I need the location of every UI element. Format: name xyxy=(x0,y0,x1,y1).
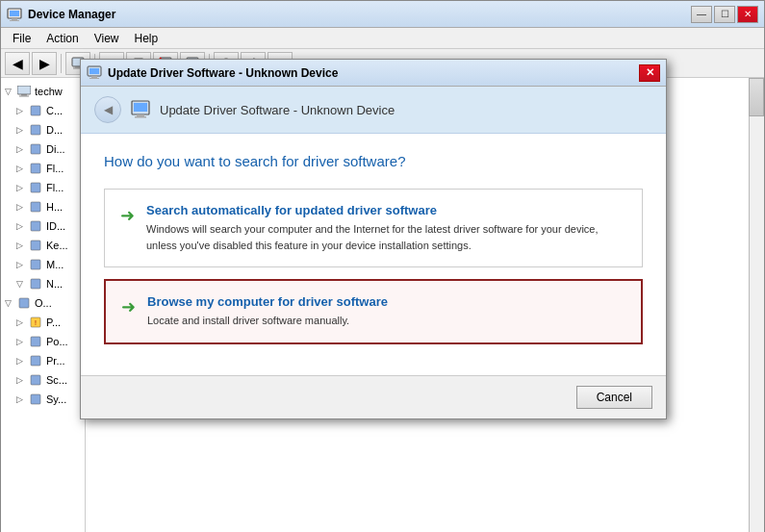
maximize-button[interactable]: ☐ xyxy=(714,6,735,23)
close-button[interactable]: ✕ xyxy=(737,6,758,23)
scrollbar-vertical[interactable] xyxy=(749,78,764,532)
device-icon-10 xyxy=(16,295,32,311)
svg-rect-37 xyxy=(31,394,40,404)
search-auto-option[interactable]: ➜ Search automatically for updated drive… xyxy=(104,189,643,267)
svg-rect-1 xyxy=(10,11,19,16)
tree-item-5[interactable]: ▷ H... xyxy=(1,197,85,216)
svg-rect-23 xyxy=(31,144,40,154)
root-arrow: ▽ xyxy=(5,87,16,96)
device-icon-4 xyxy=(28,180,43,195)
browse-arrow: ➜ xyxy=(121,296,136,317)
device-icon-5 xyxy=(28,199,43,215)
device-icon-15 xyxy=(28,392,43,407)
device-icon-14 xyxy=(28,372,43,388)
item-label-10: O... xyxy=(35,297,52,309)
dialog-content: ◀ Update Driver Software - Unknown Devic… xyxy=(81,87,666,375)
tree-item-14[interactable]: ▷ Sc... xyxy=(1,370,85,390)
root-label: techw xyxy=(35,86,63,97)
svg-rect-2 xyxy=(12,18,17,20)
svg-rect-18 xyxy=(17,86,31,94)
dialog-title-icon xyxy=(87,65,102,81)
search-auto-desc: Windows will search your computer and th… xyxy=(146,221,626,253)
device-icon-13 xyxy=(28,353,43,368)
app-icon xyxy=(7,7,22,22)
menu-file[interactable]: File xyxy=(5,30,38,47)
window-controls: — ☐ ✕ xyxy=(691,6,758,23)
device-icon-12 xyxy=(28,334,43,349)
device-icon-6 xyxy=(28,218,43,234)
tree-root[interactable]: ▽ techw xyxy=(1,82,85,101)
back-icon: ◀ xyxy=(104,103,113,116)
svg-rect-28 xyxy=(31,241,40,250)
tree-item-12[interactable]: ▷ Po... xyxy=(1,332,85,351)
svg-rect-24 xyxy=(31,164,40,173)
dialog-title: Update Driver Software - Unknown Device xyxy=(108,66,639,80)
tree-item-3[interactable]: ▷ Fl... xyxy=(1,159,85,178)
app-title: Device Manager xyxy=(28,8,691,21)
tree-item-2[interactable]: ▷ Di... xyxy=(1,139,85,159)
svg-rect-43 xyxy=(134,103,147,112)
cancel-button[interactable]: Cancel xyxy=(576,386,652,409)
item-arrow: ▷ xyxy=(16,164,28,173)
item-arrow: ▷ xyxy=(16,260,28,269)
tree-item-7[interactable]: ▷ Ke... xyxy=(1,236,85,255)
svg-rect-20 xyxy=(19,96,29,97)
item-arrow: ▷ xyxy=(16,221,28,231)
device-icon-2 xyxy=(28,141,43,157)
item-label-7: Ke... xyxy=(46,240,68,251)
svg-rect-44 xyxy=(137,114,144,116)
tree-item-6[interactable]: ▷ ID... xyxy=(1,216,85,236)
svg-rect-29 xyxy=(31,260,40,269)
item-arrow: ▷ xyxy=(16,125,28,135)
dialog-header-icon xyxy=(131,100,150,119)
browse-option[interactable]: ➜ Browse my computer for driver software… xyxy=(104,279,643,344)
tree-item-4[interactable]: ▷ Fl... xyxy=(1,178,85,197)
svg-rect-31 xyxy=(19,298,29,308)
tree-item-11[interactable]: ▷ ! P... xyxy=(1,313,85,332)
item-arrow: ▷ xyxy=(16,394,28,404)
svg-rect-41 xyxy=(89,78,99,79)
tree-item-1[interactable]: ▷ D... xyxy=(1,120,85,139)
item-label-3: Fl... xyxy=(46,163,64,174)
item-label-2: Di... xyxy=(46,143,65,155)
item-label-8: M... xyxy=(46,259,64,270)
tree-item-8[interactable]: ▷ M... xyxy=(1,255,85,274)
tree-item-13[interactable]: ▷ Pr... xyxy=(1,351,85,370)
tree-item-9[interactable]: ▽ N... xyxy=(1,274,85,293)
browse-desc: Locate and install driver software manua… xyxy=(147,313,625,329)
tree-item-0[interactable]: ▷ C... xyxy=(1,101,85,120)
device-icon-3 xyxy=(28,161,43,176)
title-bar: Device Manager — ☐ ✕ xyxy=(1,1,764,28)
dialog-header-title: Update Driver Software - Unknown Device xyxy=(160,103,395,117)
svg-rect-40 xyxy=(91,76,97,78)
minimize-button[interactable]: — xyxy=(691,6,712,23)
svg-rect-34 xyxy=(31,337,40,346)
item-label-9: N... xyxy=(46,278,63,290)
update-driver-dialog: Update Driver Software - Unknown Device … xyxy=(80,59,667,419)
device-icon-8 xyxy=(28,257,43,272)
back-toolbar-button[interactable]: ◀ xyxy=(5,52,30,75)
svg-rect-30 xyxy=(31,279,40,289)
item-arrow: ▷ xyxy=(16,144,28,154)
item-arrow: ▷ xyxy=(16,183,28,192)
item-arrow: ▷ xyxy=(16,106,28,115)
item-label-1: D... xyxy=(46,124,63,136)
menu-view[interactable]: View xyxy=(87,30,127,47)
tree-item-10[interactable]: ▽ O... xyxy=(1,293,85,313)
item-arrow: ▽ xyxy=(5,298,16,308)
menu-help[interactable]: Help xyxy=(127,30,166,47)
svg-rect-35 xyxy=(31,356,40,366)
menu-action[interactable]: Action xyxy=(38,30,86,47)
search-auto-text: Search automatically for updated driver … xyxy=(146,203,626,253)
item-label-6: ID... xyxy=(46,220,65,232)
dialog-back-button[interactable]: ◀ xyxy=(94,96,121,123)
dialog-close-button[interactable]: ✕ xyxy=(639,64,660,82)
device-icon-7 xyxy=(28,238,43,253)
scrollbar-thumb[interactable] xyxy=(749,78,764,116)
search-auto-title: Search automatically for updated driver … xyxy=(146,203,626,217)
item-arrow: ▷ xyxy=(16,202,28,212)
forward-toolbar-button[interactable]: ▶ xyxy=(32,52,57,75)
item-arrow: ▷ xyxy=(16,356,28,366)
tree-item-15[interactable]: ▷ Sy... xyxy=(1,390,85,409)
svg-rect-36 xyxy=(31,375,40,385)
